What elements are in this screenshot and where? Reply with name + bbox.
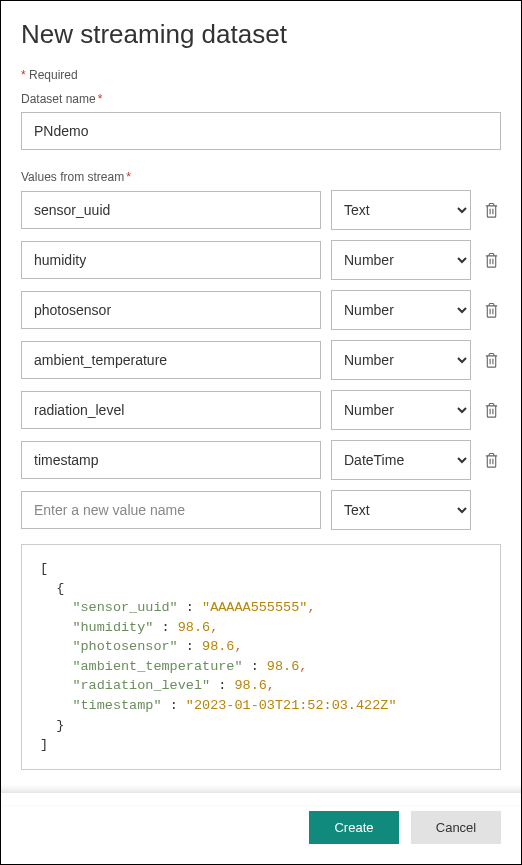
value-row: TextNumberDateTime [21,390,501,430]
dataset-name-label: Dataset name* [21,92,501,106]
value-name-input[interactable] [21,191,321,229]
trash-icon[interactable] [481,200,501,220]
new-value-name-input[interactable] [21,491,321,529]
value-type-select[interactable]: TextNumberDateTime [331,340,471,380]
values-from-stream-label: Values from stream* [21,170,501,184]
required-note: * Required [21,68,501,82]
create-button[interactable]: Create [309,811,399,844]
json-preview: [ { "sensor_uuid" : "AAAAA555555", "humi… [21,544,501,770]
trash-icon[interactable] [481,350,501,370]
value-row: TextNumberDateTime [21,340,501,380]
value-type-select[interactable]: TextNumberDateTime [331,190,471,230]
value-type-select[interactable]: TextNumberDateTime [331,440,471,480]
value-type-select[interactable]: TextNumberDateTime [331,390,471,430]
trash-icon[interactable] [481,400,501,420]
value-name-input[interactable] [21,441,321,479]
value-type-select[interactable]: TextNumberDateTime [331,240,471,280]
value-name-input[interactable] [21,391,321,429]
dialog-footer: Create Cancel [1,793,521,864]
cancel-button[interactable]: Cancel [411,811,501,844]
value-row: TextNumberDateTime [21,290,501,330]
new-value-row: TextNumberDateTime [21,490,501,530]
trash-icon[interactable] [481,250,501,270]
value-type-select[interactable]: TextNumberDateTime [331,290,471,330]
dialog-title: New streaming dataset [21,19,501,50]
value-row: TextNumberDateTime [21,190,501,230]
value-name-input[interactable] [21,341,321,379]
dataset-name-input[interactable] [21,112,501,150]
new-value-type-select[interactable]: TextNumberDateTime [331,490,471,530]
value-row: TextNumberDateTime [21,240,501,280]
value-name-input[interactable] [21,291,321,329]
trash-icon[interactable] [481,450,501,470]
trash-placeholder [481,500,501,520]
trash-icon[interactable] [481,300,501,320]
value-row: TextNumberDateTime [21,440,501,480]
value-name-input[interactable] [21,241,321,279]
